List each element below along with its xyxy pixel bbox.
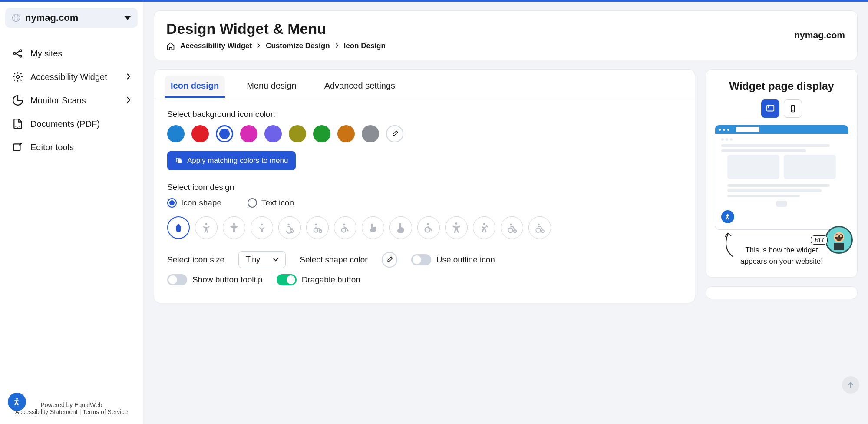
icon-shape-option[interactable] <box>167 216 190 239</box>
site-selector[interactable]: nymag.com <box>5 8 138 28</box>
color-swatch[interactable] <box>167 125 185 142</box>
color-custom-picker[interactable] <box>386 125 403 142</box>
svg-point-35 <box>727 214 729 215</box>
scroll-top-button[interactable] <box>842 376 859 394</box>
svg-point-30 <box>541 230 544 232</box>
radio-icon-shape[interactable]: Icon shape <box>167 198 221 208</box>
nav: My sites Accessibility Widget Monitor Sc… <box>0 33 143 396</box>
svg-point-21 <box>427 223 429 225</box>
svg-point-23 <box>455 222 458 225</box>
apply-colors-button[interactable]: Apply matching colors to menu <box>167 151 296 170</box>
page-title: Design Widget & Menu <box>166 20 845 37</box>
nav-label: Documents (PDF) <box>30 119 100 129</box>
terms-link[interactable]: Terms of Service <box>83 408 128 415</box>
file-pdf-icon: PDF <box>12 118 23 129</box>
globe-icon <box>12 14 20 22</box>
shape-color-picker[interactable] <box>382 252 397 268</box>
radio-icon <box>248 198 257 208</box>
breadcrumb-item[interactable]: Accessibility Widget <box>180 42 252 50</box>
tab-advanced-settings[interactable]: Advanced settings <box>318 76 401 98</box>
radio-icon <box>167 198 177 208</box>
nav-monitor-scans[interactable]: Monitor Scans <box>0 89 143 112</box>
size-value: Tiny <box>246 255 260 264</box>
accessibility-statement-link[interactable]: Accessibility Statement <box>15 408 78 415</box>
icon-shape-option[interactable] <box>417 216 440 239</box>
home-icon[interactable] <box>166 42 175 50</box>
nav-documents-pdf[interactable]: PDF Documents (PDF) <box>0 112 143 136</box>
nav-my-sites[interactable]: My sites <box>0 42 143 65</box>
size-select[interactable]: Tiny <box>238 251 286 268</box>
page-domain: nymag.com <box>794 30 845 40</box>
nav-label: Monitor Scans <box>30 96 86 106</box>
svg-point-8 <box>16 398 18 400</box>
device-mobile-button[interactable] <box>784 99 802 118</box>
browser-mock <box>715 125 848 230</box>
icon-shape-option[interactable] <box>528 216 551 239</box>
color-swatch[interactable] <box>362 125 379 142</box>
color-swatch[interactable] <box>313 125 330 142</box>
tab-icon-design[interactable]: Icon design <box>165 76 225 98</box>
nav-accessibility-widget[interactable]: Accessibility Widget <box>0 65 143 89</box>
header-card: Design Widget & Menu nymag.com Accessibi… <box>154 10 858 60</box>
arrow-up-icon <box>846 381 855 389</box>
gear-icon <box>12 71 23 83</box>
device-desktop-button[interactable] <box>761 99 779 118</box>
svg-point-26 <box>508 228 513 233</box>
assistant-avatar[interactable]: HI ! <box>811 226 853 254</box>
color-swatch[interactable] <box>264 125 282 142</box>
svg-point-24 <box>483 223 485 225</box>
toggle-draggable[interactable] <box>277 274 297 285</box>
icon-shape-option[interactable] <box>389 216 412 239</box>
mobile-icon <box>789 104 797 113</box>
sidebar: nymag.com My sites Accessibility Widget … <box>0 2 143 424</box>
color-swatch[interactable] <box>191 125 209 142</box>
breadcrumb-item[interactable]: Customize Design <box>266 42 330 50</box>
toggle-outline-icon[interactable] <box>411 254 431 265</box>
icon-shape-option[interactable] <box>473 216 495 239</box>
color-swatch[interactable] <box>240 125 257 142</box>
svg-line-4 <box>16 53 20 56</box>
color-swatches <box>167 125 682 142</box>
icon-design-label: Select icon design <box>167 182 682 192</box>
icon-shape-option[interactable] <box>334 216 356 239</box>
color-swatch[interactable] <box>337 125 355 142</box>
breadcrumb: Accessibility Widget Customize Design Ic… <box>166 42 845 50</box>
apply-colors-label: Apply matching colors to menu <box>187 156 288 165</box>
hi-bubble: HI ! <box>811 235 828 245</box>
svg-rect-10 <box>178 159 182 163</box>
color-swatch[interactable] <box>289 125 306 142</box>
radio-text-icon[interactable]: Text icon <box>248 198 294 208</box>
settings-panel: Icon design Menu design Advanced setting… <box>154 69 695 303</box>
icon-shape-option[interactable] <box>278 216 301 239</box>
accessibility-badge[interactable] <box>8 393 26 411</box>
icon-shape-option[interactable] <box>251 216 273 239</box>
shape-color-label: Select shape color <box>300 255 367 265</box>
icon-shape-option[interactable] <box>362 216 384 239</box>
next-card <box>706 286 858 299</box>
svg-point-25 <box>510 224 512 226</box>
chevron-right-icon <box>257 42 261 50</box>
icon-shape-option[interactable] <box>306 216 329 239</box>
icon-shape-option[interactable] <box>501 216 523 239</box>
svg-point-20 <box>342 228 346 232</box>
caret-down-icon <box>125 16 131 20</box>
chevron-right-icon <box>335 42 339 50</box>
svg-text:PDF: PDF <box>14 125 20 128</box>
svg-point-27 <box>514 230 516 232</box>
bg-color-label: Select background icon color: <box>167 109 682 119</box>
icon-shape-grid <box>167 216 682 239</box>
toggle-tooltip[interactable] <box>167 274 187 285</box>
icon-shape-option[interactable] <box>195 216 218 239</box>
svg-rect-7 <box>13 144 20 150</box>
svg-rect-37 <box>834 243 844 250</box>
desktop-icon <box>766 104 775 113</box>
nav-editor-tools[interactable]: Editor tools <box>0 136 143 159</box>
svg-point-5 <box>17 76 20 79</box>
tab-menu-design[interactable]: Menu design <box>241 76 303 98</box>
color-swatch[interactable] <box>216 125 233 142</box>
widget-badge-icon <box>721 210 734 223</box>
icon-shape-option[interactable] <box>223 216 245 239</box>
svg-point-13 <box>261 224 263 226</box>
icon-shape-option[interactable] <box>445 216 468 239</box>
eyedropper-icon <box>386 256 393 264</box>
